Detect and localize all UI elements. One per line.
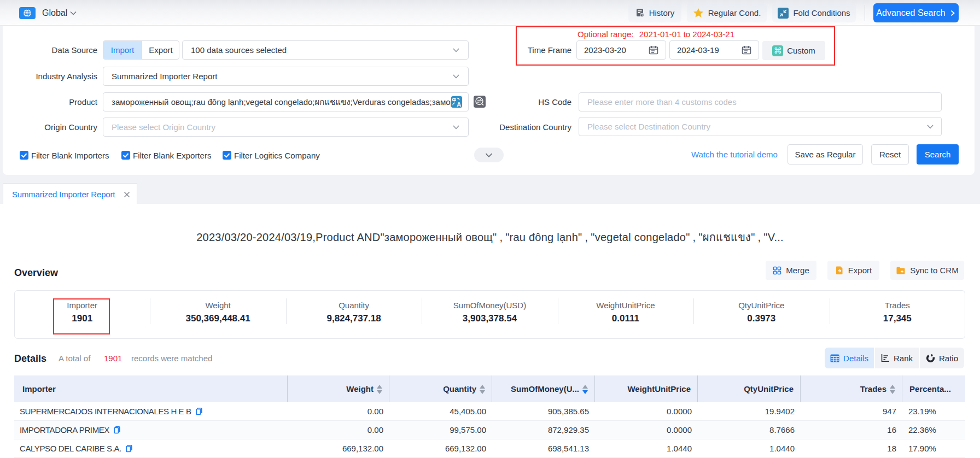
svg-text:A: A <box>457 101 461 108</box>
